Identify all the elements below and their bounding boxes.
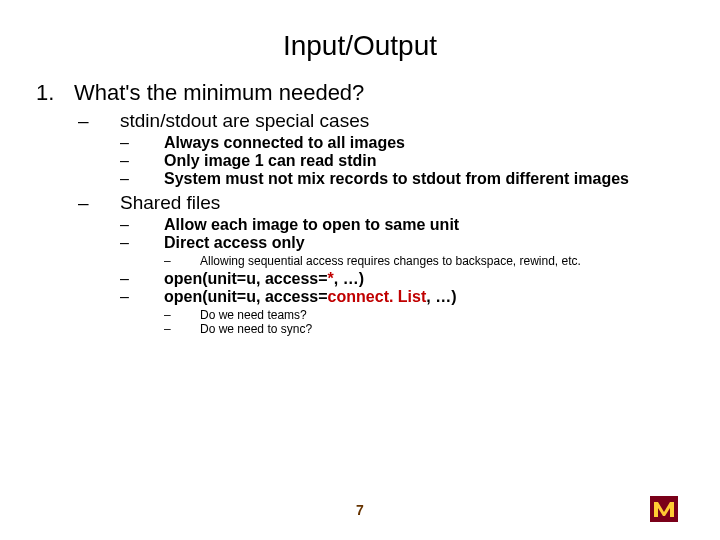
bullet-l4: – Do we need to sync? — [160, 322, 684, 336]
bullet-l4: – Allowing sequential access requires ch… — [160, 254, 684, 268]
l3-text: Direct access only — [164, 234, 305, 252]
dash-icon: – — [116, 216, 164, 234]
bullet-l3: – Direct access only — [116, 234, 684, 252]
l3-text: open(unit=u, access=*, …) — [164, 270, 364, 288]
l1-text: What's the minimum needed? — [74, 80, 364, 106]
l4-text: Do we need to sync? — [200, 322, 312, 336]
bullet-l4: – Do we need teams? — [160, 308, 684, 322]
l3-text: System must not mix records to stdout fr… — [164, 170, 629, 188]
dash-icon: – — [116, 288, 164, 306]
slide: Input/Output 1. What's the minimum neede… — [0, 0, 720, 540]
l3-text: Only image 1 can read stdin — [164, 152, 377, 170]
dash-icon: – — [116, 270, 164, 288]
l3-text: Allow each image to open to same unit — [164, 216, 459, 234]
bullet-l1: 1. What's the minimum needed? — [36, 80, 684, 106]
bullet-l2: – Shared files — [74, 192, 684, 214]
l2-text: Shared files — [120, 192, 220, 214]
bullet-l3: – Only image 1 can read stdin — [116, 152, 684, 170]
l2-text: stdin/stdout are special cases — [120, 110, 369, 132]
code-pre: open(unit=u, access= — [164, 288, 328, 305]
code-post: , …) — [426, 288, 456, 305]
logo-icon — [650, 496, 678, 522]
dash-icon: – — [160, 308, 200, 322]
dash-icon: – — [116, 134, 164, 152]
page-number: 7 — [0, 502, 720, 518]
l4-text: Do we need teams? — [200, 308, 307, 322]
bullet-l3: – Always connected to all images — [116, 134, 684, 152]
bullet-l3: – System must not mix records to stdout … — [116, 170, 684, 188]
dash-icon: – — [74, 110, 120, 132]
code-pre: open(unit=u, access= — [164, 270, 328, 287]
slide-title: Input/Output — [36, 30, 684, 62]
l4-text: Allowing sequential access requires chan… — [200, 254, 581, 268]
code-keyword: connect. List — [328, 288, 427, 305]
bullet-l3: – open(unit=u, access=connect. List, …) — [116, 288, 684, 306]
bullet-l3: – open(unit=u, access=*, …) — [116, 270, 684, 288]
bullet-l3: – Allow each image to open to same unit — [116, 216, 684, 234]
dash-icon: – — [160, 322, 200, 336]
dash-icon: – — [116, 152, 164, 170]
l3-text: open(unit=u, access=connect. List, …) — [164, 288, 457, 306]
dash-icon: – — [74, 192, 120, 214]
dash-icon: – — [160, 254, 200, 268]
l3-text: Always connected to all images — [164, 134, 405, 152]
dash-icon: – — [116, 170, 164, 188]
bullet-l2: – stdin/stdout are special cases — [74, 110, 684, 132]
code-post: , …) — [334, 270, 364, 287]
dash-icon: – — [116, 234, 164, 252]
list-number: 1. — [36, 80, 74, 106]
